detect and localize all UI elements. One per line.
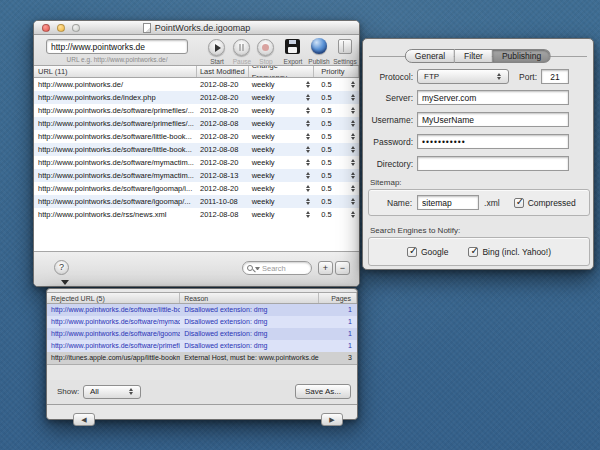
sitemap-name-field[interactable] xyxy=(417,195,479,210)
column-header-last-modified[interactable]: Last Modified xyxy=(197,66,249,77)
google-checkbox[interactable]: ✓ xyxy=(407,247,417,257)
frequency-stepper-icon[interactable] xyxy=(304,94,312,102)
tab-filter[interactable]: Filter xyxy=(455,49,493,63)
port-field[interactable] xyxy=(541,69,569,84)
search-field[interactable] xyxy=(242,261,312,275)
priority-stepper-icon[interactable] xyxy=(349,94,357,102)
table-row[interactable]: http://www.pointworks.de/software/primef… xyxy=(34,117,359,130)
priority-stepper-icon[interactable] xyxy=(349,120,357,128)
google-label: Google xyxy=(421,247,448,257)
rejected-table-empty-area xyxy=(47,364,357,380)
rejected-row[interactable]: http://www.pointworks.de/software/mymact… xyxy=(47,316,357,328)
column-header-priority[interactable]: Priority xyxy=(314,66,359,77)
column-header-reason[interactable]: Reason xyxy=(180,293,319,303)
notify-group-label: Search Engines to Notify: xyxy=(370,226,460,235)
frequency-stepper-icon[interactable] xyxy=(304,133,312,141)
rejected-row[interactable]: http://www.pointworks.de/software/little… xyxy=(47,304,357,316)
check-icon: ✓ xyxy=(470,245,478,256)
table-row[interactable]: http://www.pointworks.de/software/igooma… xyxy=(34,182,359,195)
start-button[interactable] xyxy=(208,39,225,56)
column-header-pages[interactable]: Pages xyxy=(319,293,357,303)
priority-stepper-icon[interactable] xyxy=(349,172,357,180)
tab-bar: General Filter Publishing xyxy=(405,49,551,63)
popup-stepper-icon xyxy=(127,388,135,396)
search-menu-arrow-icon[interactable] xyxy=(255,267,260,270)
priority-stepper-icon[interactable] xyxy=(349,198,357,206)
export-button[interactable] xyxy=(285,39,300,54)
priority-stepper-icon[interactable] xyxy=(349,185,357,193)
pause-button[interactable] xyxy=(233,39,250,56)
table-row[interactable]: http://www.pointworks.de/software/igooma… xyxy=(34,195,359,208)
protocol-label: Protocol: xyxy=(363,72,413,82)
save-as-button[interactable]: Save As... xyxy=(295,384,351,399)
titlebar[interactable]: PointWorks.de.igoomap xyxy=(34,21,359,35)
check-icon: ✓ xyxy=(409,245,417,256)
table-empty-area xyxy=(34,221,359,252)
column-header-url[interactable]: URL (11) xyxy=(34,66,197,77)
toolbar: URL e.g. http://www.pointworks.de/ Start… xyxy=(34,35,359,65)
help-button[interactable]: ? xyxy=(54,260,69,275)
table-row[interactable]: http://www.pointworks.de/software/mymact… xyxy=(34,169,359,182)
publish-button[interactable] xyxy=(311,38,327,54)
stop-button[interactable] xyxy=(257,39,274,56)
show-filter-popup[interactable]: All xyxy=(83,385,141,399)
zoom-button[interactable] xyxy=(72,24,80,32)
table-row[interactable]: http://www.pointworks.de/software/little… xyxy=(34,143,359,156)
priority-stepper-icon[interactable] xyxy=(349,107,357,115)
search-input[interactable] xyxy=(262,264,306,273)
table-row[interactable]: http://www.pointworks.de/software/mymact… xyxy=(34,156,359,169)
frequency-stepper-icon[interactable] xyxy=(304,198,312,206)
frequency-stepper-icon[interactable] xyxy=(304,159,312,167)
minimize-button[interactable] xyxy=(57,24,65,32)
settings-button[interactable] xyxy=(338,39,352,54)
column-header-rejected-url[interactable]: Rejected URL (5) xyxy=(47,293,180,303)
password-label: Password: xyxy=(363,137,413,147)
protocol-popup[interactable]: FTP xyxy=(417,69,509,84)
tab-publishing[interactable]: Publishing xyxy=(493,49,551,63)
bing-option: ✓ Bing (incl. Yahoo!) xyxy=(468,247,551,257)
remove-button[interactable]: − xyxy=(335,261,350,275)
tab-general[interactable]: General xyxy=(405,49,455,63)
table-row[interactable]: http://www.pointworks.de/ 2012-08-20 wee… xyxy=(34,78,359,91)
close-button[interactable] xyxy=(42,24,50,32)
back-button[interactable]: ◀ xyxy=(73,413,95,426)
table-row[interactable]: http://www.pointworks.de/software/little… xyxy=(34,130,359,143)
popup-stepper-icon xyxy=(495,73,503,81)
server-label: Server: xyxy=(363,93,413,103)
directory-field[interactable] xyxy=(417,156,569,171)
main-footer: ? + − xyxy=(34,252,359,286)
forward-button[interactable]: ▶ xyxy=(321,413,343,426)
column-header-change-frequency[interactable]: Change Frequency xyxy=(249,66,315,77)
sitemap-name-label: Name: xyxy=(387,198,412,208)
frequency-stepper-icon[interactable] xyxy=(304,172,312,180)
priority-stepper-icon[interactable] xyxy=(349,133,357,141)
frequency-stepper-icon[interactable] xyxy=(304,107,312,115)
drawer-disclosure-icon[interactable] xyxy=(61,280,69,285)
add-button[interactable]: + xyxy=(318,261,333,275)
url-input[interactable] xyxy=(46,39,188,54)
frequency-stepper-icon[interactable] xyxy=(304,185,312,193)
nav-strip: ◀ ▶ xyxy=(47,405,357,420)
server-field[interactable] xyxy=(417,90,569,105)
table-row[interactable]: http://www.pointworks.de/software/primef… xyxy=(34,104,359,117)
priority-stepper-icon[interactable] xyxy=(349,81,357,89)
rejected-row-selected[interactable]: http://itunes.apple.com/us/app/little-bo… xyxy=(47,352,357,364)
priority-stepper-icon[interactable] xyxy=(349,159,357,167)
table-row[interactable]: http://www.pointworks.de/index.php 2012-… xyxy=(34,91,359,104)
frequency-stepper-icon[interactable] xyxy=(304,146,312,154)
priority-stepper-icon[interactable] xyxy=(349,146,357,154)
compressed-checkbox[interactable]: ✓ xyxy=(514,198,524,208)
main-window: PointWorks.de.igoomap URL e.g. http://ww… xyxy=(33,20,360,287)
priority-stepper-icon[interactable] xyxy=(349,211,357,219)
password-field[interactable] xyxy=(417,134,569,149)
frequency-stepper-icon[interactable] xyxy=(304,211,312,219)
publishing-settings-window: General Filter Publishing Protocol: FTP … xyxy=(362,38,594,270)
username-field[interactable] xyxy=(417,112,569,127)
table-row[interactable]: http://www.pointworks.de/rss/news.xml 20… xyxy=(34,208,359,221)
frequency-stepper-icon[interactable] xyxy=(304,81,312,89)
rejected-row[interactable]: http://www.pointworks.de/software/igooma… xyxy=(47,328,357,340)
bing-checkbox[interactable]: ✓ xyxy=(468,247,478,257)
rejected-row[interactable]: http://www.pointworks.de/software/primef… xyxy=(47,340,357,352)
desktop: PointWorks.de.igoomap URL e.g. http://ww… xyxy=(0,0,600,450)
frequency-stepper-icon[interactable] xyxy=(304,120,312,128)
